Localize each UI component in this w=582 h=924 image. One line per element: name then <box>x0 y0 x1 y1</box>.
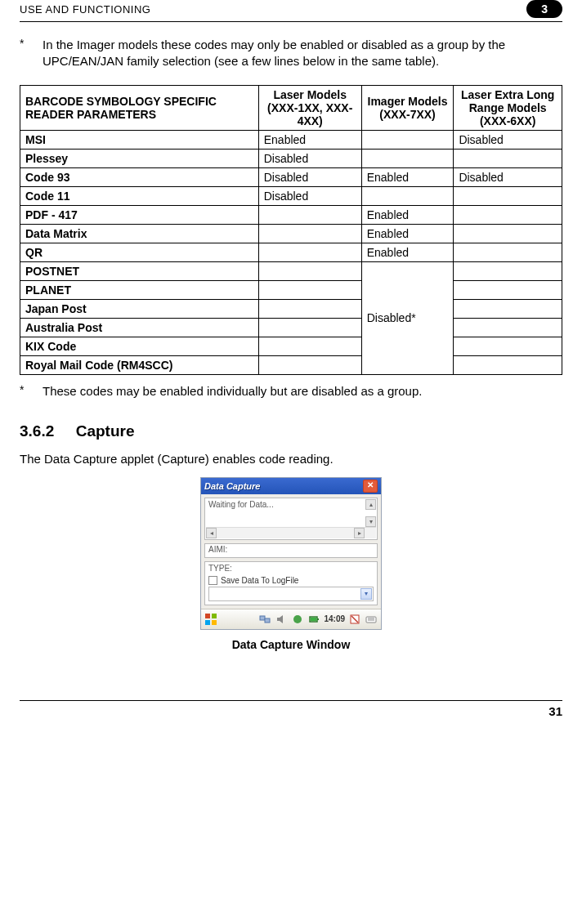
table-row: Data Matrix Enabled <box>20 224 562 243</box>
svg-rect-2 <box>205 620 210 625</box>
cell: Disabled <box>258 167 361 186</box>
table-row: PDF - 417 Enabled <box>20 205 562 224</box>
footnote-text: These codes may be enabled individually … <box>43 383 422 400</box>
section-title: Capture <box>76 422 135 440</box>
window-title: Data Capture <box>204 481 260 491</box>
table-row: Code 93 Disabled Enabled Disabled <box>20 167 562 186</box>
table-row: Japan Post <box>20 299 562 318</box>
row-name: PLANET <box>20 280 259 299</box>
cell <box>258 318 361 337</box>
table-row: QR Enabled <box>20 243 562 261</box>
row-name: Japan Post <box>20 299 259 318</box>
chevron-down-icon[interactable]: ▾ <box>360 588 372 600</box>
th-symbology: BARCODE SYMBOLOGY SPECIFIC READER PARAME… <box>20 85 259 130</box>
cell <box>454 355 562 374</box>
cell <box>454 261 562 280</box>
svg-marker-6 <box>277 615 283 623</box>
taskbar: 14:09 <box>201 609 381 629</box>
figure-caption: Data Capture Window <box>20 638 562 651</box>
data-output-textarea[interactable]: Waiting for Data... ▴ ▾ ◂ ▸ <box>204 498 378 540</box>
table-row: PLANET <box>20 280 562 299</box>
aimi-field[interactable]: AIMI: <box>204 543 378 558</box>
top-footnote: * In the Imager models these codes may o… <box>20 37 562 70</box>
scroll-down-icon[interactable]: ▾ <box>365 516 376 527</box>
svg-point-7 <box>293 615 302 623</box>
svg-rect-9 <box>317 618 319 620</box>
row-name: KIX Code <box>20 337 259 355</box>
table-row: POSTNET Disabled* <box>20 261 562 280</box>
section-heading: 3.6.2 Capture <box>20 422 562 440</box>
header-divider <box>20 21 562 22</box>
data-capture-window: Data Capture ✕ Waiting for Data... ▴ ▾ ◂… <box>200 477 382 630</box>
cell <box>454 186 562 205</box>
th-laser: Laser Models (XXX-1XX, XXX-4XX) <box>258 85 361 130</box>
section-body: The Data Capture applet (Capture) enable… <box>20 452 562 466</box>
svg-rect-0 <box>205 614 210 618</box>
row-name: Code 11 <box>20 186 259 205</box>
footer-divider <box>20 700 562 701</box>
row-name: PDF - 417 <box>20 205 259 224</box>
cell <box>361 130 454 149</box>
section-number: 3.6.2 <box>20 422 54 440</box>
cell <box>454 318 562 337</box>
table-row: Code 11 Disabled <box>20 186 562 205</box>
scroll-right-icon[interactable]: ▸ <box>354 528 365 538</box>
symbology-table: BARCODE SYMBOLOGY SPECIFIC READER PARAME… <box>20 85 562 375</box>
row-name: MSI <box>20 130 259 149</box>
volume-icon[interactable] <box>275 613 288 626</box>
table-header-row: BARCODE SYMBOLOGY SPECIFIC READER PARAME… <box>20 85 562 130</box>
close-icon[interactable]: ✕ <box>363 480 378 493</box>
cell: Disabled <box>258 186 361 205</box>
scroll-left-icon[interactable]: ◂ <box>206 528 217 538</box>
cell <box>258 337 361 355</box>
cell: Enabled <box>361 167 454 186</box>
cell <box>454 280 562 299</box>
cell: Disabled <box>454 167 562 186</box>
chapter-badge: 3 <box>526 0 562 18</box>
th-imager: Imager Models (XXX-7XX) <box>361 85 454 130</box>
type-label: TYPE: <box>208 564 374 573</box>
cell <box>454 205 562 224</box>
cell: Enabled <box>361 243 454 261</box>
cell <box>258 299 361 318</box>
status-icon[interactable] <box>291 613 304 626</box>
row-name: Australia Post <box>20 318 259 337</box>
battery-icon[interactable] <box>307 613 320 626</box>
cell <box>258 280 361 299</box>
network-icon[interactable] <box>258 613 271 626</box>
cell <box>258 261 361 280</box>
cell <box>361 149 454 167</box>
scroll-up-icon[interactable]: ▴ <box>365 499 376 510</box>
footnote-star: * <box>20 383 43 400</box>
svg-rect-3 <box>212 620 217 625</box>
tray-icon[interactable] <box>348 613 361 626</box>
cell <box>454 149 562 167</box>
cell <box>361 186 454 205</box>
row-name: Royal Mail Code (RM4SCC) <box>20 355 259 374</box>
save-log-label: Save Data To LogFile <box>221 576 298 585</box>
cell: Disabled <box>454 130 562 149</box>
cell: Enabled <box>258 130 361 149</box>
logfile-dropdown[interactable]: ▾ <box>208 587 374 601</box>
cell <box>454 299 562 318</box>
cell <box>454 337 562 355</box>
save-log-checkbox[interactable] <box>208 576 217 585</box>
taskbar-clock[interactable]: 14:09 <box>324 614 345 623</box>
keyboard-icon[interactable] <box>365 613 378 626</box>
cell: Enabled <box>361 205 454 224</box>
start-icon[interactable] <box>204 613 217 626</box>
svg-rect-1 <box>212 614 217 618</box>
th-extra: Laser Extra Long Range Models (XXX-6XX) <box>454 85 562 130</box>
row-name: Plessey <box>20 149 259 167</box>
cell <box>258 205 361 224</box>
footnote-star: * <box>20 37 43 70</box>
cell <box>454 224 562 243</box>
row-name: QR <box>20 243 259 261</box>
waiting-text: Waiting for Data... <box>208 500 274 509</box>
window-titlebar[interactable]: Data Capture ✕ <box>201 478 381 494</box>
cell <box>454 243 562 261</box>
row-name: Code 93 <box>20 167 259 186</box>
footnote-text: In the Imager models these codes may onl… <box>43 37 562 70</box>
svg-rect-10 <box>311 618 316 621</box>
row-name: POSTNET <box>20 261 259 280</box>
